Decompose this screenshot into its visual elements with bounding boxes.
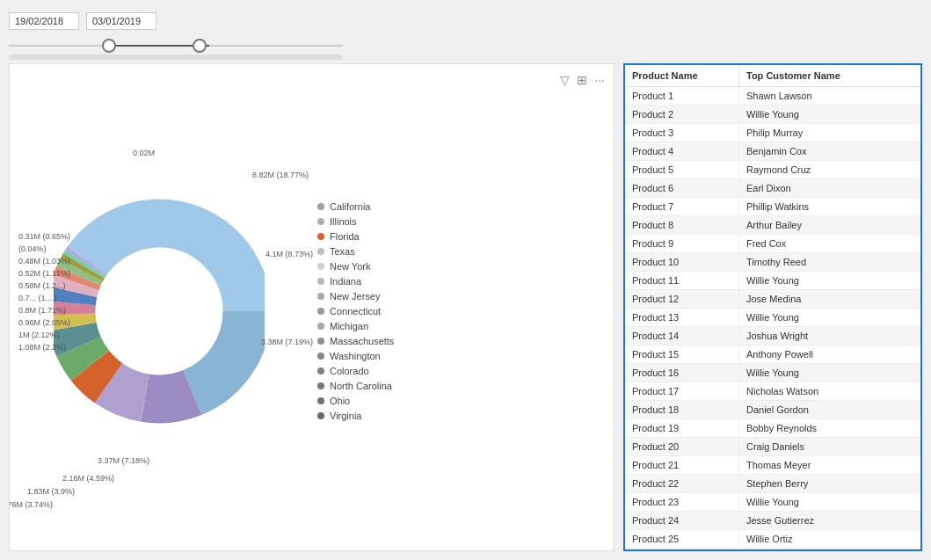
table-row[interactable]: Product 2 Willie Young bbox=[625, 105, 920, 124]
table-header: Product Name Top Customer Name bbox=[625, 65, 920, 87]
slider-thumb-left[interactable] bbox=[102, 39, 116, 53]
legend-items: California Illinois Florida Texas New Yo… bbox=[317, 201, 605, 421]
legend-item[interactable]: California bbox=[317, 201, 605, 212]
table-row[interactable]: Product 21 Thomas Meyer bbox=[625, 456, 920, 475]
legend-item[interactable]: Connecticut bbox=[317, 306, 605, 316]
legend-item[interactable]: North Carolina bbox=[317, 381, 605, 391]
label-108m: 1.08M (2.3%) bbox=[18, 343, 70, 352]
label-08m: 0.8M (1.71%) bbox=[18, 306, 70, 315]
table-row[interactable]: Product 1 Shawn Lawson bbox=[625, 87, 920, 105]
table-row[interactable]: Product 4 Benjamin Cox bbox=[625, 142, 920, 161]
table-row[interactable]: Product 17 Nicholas Watson bbox=[625, 382, 920, 401]
customer-cell: Thomas Meyer bbox=[739, 456, 920, 474]
legend-label: Indiana bbox=[330, 276, 361, 287]
main-container: ▽ ⊞ ··· bbox=[0, 0, 931, 560]
table-row[interactable]: Product 26 James Wood bbox=[625, 549, 920, 549]
customer-cell: Phillip Watkins bbox=[739, 198, 920, 215]
label-bottom-2: 2.16M (4.59%) bbox=[62, 474, 114, 483]
customer-cell: James Wood bbox=[739, 549, 920, 549]
legend-label: Connecticut bbox=[330, 306, 381, 316]
table-row[interactable]: Product 14 Joshua Wright bbox=[625, 327, 920, 345]
table-row[interactable]: Product 20 Craig Daniels bbox=[625, 438, 920, 456]
legend-item[interactable]: Michigan bbox=[317, 321, 605, 331]
start-date-input[interactable] bbox=[9, 12, 79, 30]
table-row[interactable]: Product 22 Stephen Berry bbox=[625, 475, 920, 493]
legend-label: Massachusetts bbox=[330, 336, 394, 346]
slider-thumb-right[interactable] bbox=[193, 39, 207, 53]
label-right-mid: 4.1M (8.73%) bbox=[265, 250, 313, 258]
product-cell: Product 7 bbox=[625, 198, 739, 215]
table-row[interactable]: Product 8 Arthur Bailey bbox=[625, 216, 920, 235]
date-section bbox=[9, 9, 378, 55]
legend-dot bbox=[317, 412, 324, 419]
product-cell: Product 17 bbox=[625, 382, 739, 400]
table-row[interactable]: Product 18 Daniel Gordon bbox=[625, 401, 920, 419]
product-cell: Product 24 bbox=[625, 512, 739, 529]
product-cell: Product 2 bbox=[625, 105, 739, 123]
label-right-bottom: 3.38M (7.19%) bbox=[261, 338, 313, 346]
table-row[interactable]: Product 11 Willie Young bbox=[625, 272, 920, 290]
product-cell: Product 25 bbox=[625, 530, 739, 548]
product-cell: Product 19 bbox=[625, 419, 739, 437]
customer-cell: Arthur Bailey bbox=[739, 216, 920, 234]
table-row[interactable]: Product 9 Fred Cox bbox=[625, 235, 920, 253]
table-row[interactable]: Product 5 Raymond Cruz bbox=[625, 161, 920, 179]
legend-label: California bbox=[330, 201, 370, 212]
legend-label: Washington bbox=[330, 351, 381, 361]
customer-cell: Stephen Berry bbox=[739, 475, 920, 492]
table-row[interactable]: Product 16 Willie Young bbox=[625, 364, 920, 382]
table-row[interactable]: Product 24 Jesse Gutierrez bbox=[625, 512, 920, 530]
legend-item[interactable]: Virginia bbox=[317, 411, 605, 421]
legend-item[interactable]: Ohio bbox=[317, 396, 605, 406]
customer-cell: Willie Young bbox=[739, 105, 920, 123]
label-052m: 0.52M (1.11%) bbox=[18, 269, 70, 278]
table-row[interactable]: Product 12 Jose Medina bbox=[625, 290, 920, 309]
product-cell: Product 14 bbox=[625, 327, 739, 345]
more-icon[interactable]: ··· bbox=[594, 73, 605, 87]
chart-toolbar: ▽ ⊞ ··· bbox=[560, 73, 605, 87]
legend-item[interactable]: Indiana bbox=[317, 276, 605, 287]
legend-dot bbox=[317, 218, 324, 225]
table-panel: Product Name Top Customer Name Product 1… bbox=[623, 63, 922, 551]
legend-item[interactable]: Florida bbox=[317, 231, 605, 242]
legend-dot bbox=[317, 233, 324, 240]
end-date-input[interactable] bbox=[86, 12, 156, 30]
filter-icon[interactable]: ▽ bbox=[560, 73, 570, 87]
legend-dot bbox=[317, 382, 324, 389]
legend-item[interactable]: New Jersey bbox=[317, 291, 605, 302]
legend-item[interactable]: Texas bbox=[317, 246, 605, 257]
table-row[interactable]: Product 25 Willie Ortiz bbox=[625, 530, 920, 549]
table-row[interactable]: Product 10 Timothy Reed bbox=[625, 253, 920, 272]
table-row[interactable]: Product 13 Willie Young bbox=[625, 309, 920, 327]
table-row[interactable]: Product 3 Philip Murray bbox=[625, 124, 920, 142]
legend-item[interactable]: New York bbox=[317, 261, 605, 272]
table-row[interactable]: Product 6 Earl Dixon bbox=[625, 179, 920, 198]
legend-item[interactable]: Massachusetts bbox=[317, 336, 605, 346]
customer-cell: Earl Dixon bbox=[739, 179, 920, 197]
table-row[interactable]: Product 19 Bobby Reynolds bbox=[625, 419, 920, 438]
legend-dot bbox=[317, 308, 324, 315]
product-cell: Product 18 bbox=[625, 401, 739, 418]
legend-item[interactable]: Washington bbox=[317, 351, 605, 361]
donut-chart-area: 0.31M (0.65%) (0.04%) 0.48M (1.03%) 0.52… bbox=[18, 144, 300, 478]
table-row[interactable]: Product 23 Willie Young bbox=[625, 493, 920, 512]
customer-cell: Raymond Cruz bbox=[739, 161, 920, 178]
product-cell: Product 4 bbox=[625, 142, 739, 160]
customer-cell: Daniel Gordon bbox=[739, 401, 920, 418]
date-slider[interactable] bbox=[9, 37, 343, 55]
table-icon[interactable]: ⊞ bbox=[577, 73, 587, 87]
table-body[interactable]: Product 1 Shawn Lawson Product 2 Willie … bbox=[625, 87, 920, 549]
slider-scrollbar[interactable] bbox=[9, 55, 343, 60]
customer-cell: Jesse Gutierrez bbox=[739, 512, 920, 529]
legend-item[interactable]: Colorado bbox=[317, 366, 605, 376]
customer-cell: Fred Cox bbox=[739, 235, 920, 252]
table-row[interactable]: Product 7 Phillip Watkins bbox=[625, 198, 920, 216]
product-cell: Product 9 bbox=[625, 235, 739, 252]
product-cell: Product 20 bbox=[625, 438, 739, 455]
legend-item[interactable]: Illinois bbox=[317, 216, 605, 227]
customer-cell: Philip Murray bbox=[739, 124, 920, 142]
product-cell: Product 10 bbox=[625, 253, 739, 271]
label-048m: 0.48M (1.03%) bbox=[18, 257, 70, 265]
legend-label: Michigan bbox=[330, 321, 368, 331]
table-row[interactable]: Product 15 Anthony Powell bbox=[625, 345, 920, 364]
